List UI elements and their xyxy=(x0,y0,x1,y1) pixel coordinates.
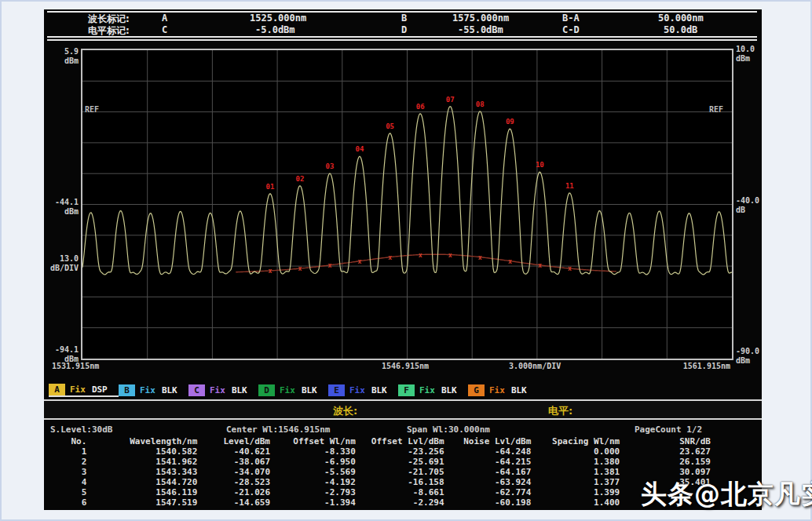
svg-text:x: x xyxy=(478,254,482,261)
table-cell: -1.394 xyxy=(272,497,357,508)
trace-marker-e-button[interactable]: EFixBLK xyxy=(328,384,398,397)
svg-text:x: x xyxy=(538,262,542,269)
table-cell: 6 xyxy=(49,497,88,508)
marker-target-label: DSP xyxy=(92,384,108,395)
peak-measurement-table: No.Wavelength/nmLevel/dBmOffset Wl/nmOff… xyxy=(49,436,712,508)
y-right-top-label: 10.0 dBm xyxy=(736,45,755,63)
trace-marker-c-button[interactable]: CFixBLK xyxy=(188,384,258,397)
marker-letter-badge: F xyxy=(398,384,415,396)
marker-mode-label: Fix xyxy=(349,385,365,395)
table-cell: 1544.720 xyxy=(88,477,199,487)
table-header-cell: Wavelength/nm xyxy=(88,436,199,446)
table-cell: 30.097 xyxy=(621,467,712,477)
table-header-cell: Level/dBm xyxy=(199,436,272,446)
x-axis-center-label: 1546.915nm xyxy=(358,362,452,371)
svg-text:x: x xyxy=(358,258,362,265)
table-cell: 1 xyxy=(49,446,88,457)
watermark: 头条@北京凡实 xyxy=(641,477,812,512)
svg-text:01: 01 xyxy=(265,183,274,191)
table-cell: -14.659 xyxy=(199,497,272,508)
marker-b-value: 1575.000nm xyxy=(452,13,509,24)
trace-marker-f-button[interactable]: FFixBLK xyxy=(398,384,468,397)
table-cell: 1.399 xyxy=(532,487,621,497)
y-left-top-label: 5.9 dBm xyxy=(50,47,79,65)
table-cell: -62.774 xyxy=(446,487,533,497)
table-cell: -21.026 xyxy=(199,487,272,497)
marker-target-label: BLK xyxy=(441,385,457,395)
trace-marker-d-button[interactable]: DFixBLK xyxy=(258,384,328,397)
y-right-mid-label: -40.0 dB xyxy=(736,196,759,214)
svg-text:x: x xyxy=(269,268,272,275)
marker-mode-label: Fix xyxy=(419,385,435,395)
table-cell: -63.924 xyxy=(446,477,533,487)
svg-text:11: 11 xyxy=(565,182,574,190)
table-cell: -38.067 xyxy=(199,457,272,467)
table-row: 61547.519-14.659-1.394-2.294-60.1981.400 xyxy=(49,497,712,508)
trace-marker-b-button[interactable]: BFixBLK xyxy=(119,384,188,397)
table-cell: 1547.519 xyxy=(88,497,199,508)
y-left-div-label: 13.0 dB/DIV xyxy=(44,254,79,272)
table-header-cell: Spacing Wl/nm xyxy=(532,436,621,446)
marker-c-value: -5.0dBm xyxy=(255,24,295,35)
svg-text:07: 07 xyxy=(446,96,455,104)
table-row: 11540.582-40.621-8.330-23.256-64.2480.00… xyxy=(49,446,712,457)
table-cell: 1540.582 xyxy=(88,446,199,457)
x-axis-right-label: 1561.915nm xyxy=(672,362,730,371)
marker-letter-badge: G xyxy=(468,384,485,396)
marker-a-id: A xyxy=(162,13,167,24)
marker-letter-badge: A xyxy=(49,384,65,395)
marker-ba-value: 50.000nm xyxy=(658,13,704,24)
search-level-value: S.Level:30dB xyxy=(50,424,112,435)
svg-text:08: 08 xyxy=(476,100,485,108)
svg-text:10: 10 xyxy=(536,161,544,169)
table-cell: 3 xyxy=(49,467,88,477)
marker-letter-badge: D xyxy=(258,384,275,396)
marker-d-id: D xyxy=(401,24,407,35)
table-cell: -64.167 xyxy=(446,467,533,477)
marker-target-label: BLK xyxy=(511,385,527,395)
svg-text:03: 03 xyxy=(326,162,335,170)
marker-letter-badge: C xyxy=(188,384,205,396)
table-cell: -6.950 xyxy=(272,457,357,467)
labels-bar: 波长: 电平: xyxy=(44,399,762,420)
table-cell: 23.627 xyxy=(621,446,712,457)
trace-marker-a-button[interactable]: AFixDSP xyxy=(49,384,119,397)
svg-text:04: 04 xyxy=(356,145,364,153)
svg-text:05: 05 xyxy=(386,122,394,130)
marker-target-label: BLK xyxy=(162,385,177,395)
page-count: PageCount 1/2 xyxy=(635,424,702,435)
table-cell: -4.192 xyxy=(272,477,357,487)
svg-text:09: 09 xyxy=(506,118,514,126)
marker-mode-label: Fix xyxy=(489,385,505,395)
span-wavelength-value: Span Wl:30.000nm xyxy=(407,424,490,435)
table-cell: 5 xyxy=(49,487,88,497)
trace-marker-buttons-row: AFixDSPBFixBLKCFixBLKDFixBLKEFixBLKFFixB… xyxy=(49,384,538,399)
table-cell: 4 xyxy=(49,477,88,487)
table-cell: 1.377 xyxy=(532,477,621,487)
marker-cd-id: C-D xyxy=(562,24,580,35)
trace-marker-g-button[interactable]: GFixBLK xyxy=(468,384,538,397)
marker-mode-label: Fix xyxy=(210,385,225,395)
table-cell: -5.569 xyxy=(272,467,357,477)
table-cell: 0.000 xyxy=(532,446,621,457)
table-header-cell: Offset Wl/nm xyxy=(272,436,357,446)
table-cell: -64.248 xyxy=(446,446,533,457)
table-cell: -2.793 xyxy=(272,487,357,497)
table-cell: 26.159 xyxy=(621,457,712,467)
spectrum-trace-svg: 01x02x03x04x05x06x07x08x09x10x11x xyxy=(82,50,732,359)
table-header-cell: No. xyxy=(49,436,88,446)
table-row: 41544.720-28.523-4.192-16.158-63.9241.37… xyxy=(49,477,712,487)
table-cell: -25.691 xyxy=(357,457,446,467)
marker-letter-badge: B xyxy=(119,384,135,396)
svg-text:x: x xyxy=(448,252,452,259)
table-cell: 2 xyxy=(49,457,88,467)
svg-text:x: x xyxy=(328,262,332,269)
table-row: 31543.343-34.070-5.569-21.705-64.1671.38… xyxy=(49,467,712,477)
divider-line xyxy=(47,36,757,38)
x-axis-div-label: 3.000nm/DIV xyxy=(509,362,561,371)
marker-target-label: BLK xyxy=(371,385,387,395)
wavelength-field-label: 波长: xyxy=(333,404,357,418)
center-wavelength-value: Center Wl:1546.915nm xyxy=(226,424,330,435)
ref-label-right: REF xyxy=(709,105,723,114)
y-left-mid-label: -44.1 dBm xyxy=(50,198,79,216)
